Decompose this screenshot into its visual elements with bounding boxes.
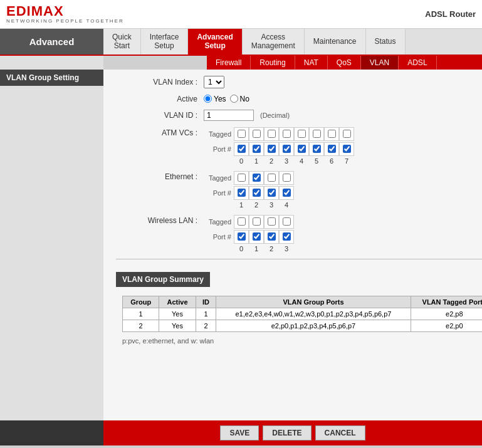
eth-tagged-cb-2[interactable] — [264, 171, 279, 185]
atm-port-cb-4[interactable] — [294, 142, 309, 156]
atm-port-cb-1[interactable] — [249, 142, 264, 156]
wlan-port-2[interactable] — [268, 232, 276, 241]
atm-port-cb-0[interactable] — [234, 142, 249, 156]
atm-port-cb-5[interactable] — [309, 142, 324, 156]
wlan-num-1: 1 — [249, 245, 264, 253]
atm-port-3[interactable] — [283, 145, 291, 153]
sub-tab-firewall[interactable]: Firewall — [207, 56, 251, 70]
eth-num-3: 4 — [279, 201, 294, 209]
sub-tab-vlan[interactable]: VLAN — [361, 56, 399, 70]
atm-tagged-5[interactable] — [313, 130, 321, 138]
atm-tagged-cb-3[interactable] — [279, 127, 294, 141]
atm-tagged-6[interactable] — [328, 130, 336, 138]
tab-status[interactable]: Status — [366, 29, 406, 55]
eth-tagged-1[interactable] — [253, 174, 261, 182]
eth-tagged-cb-1[interactable] — [249, 171, 264, 185]
top-nav: Advanced Quick Start Interface Setup Adv… — [0, 29, 482, 56]
eth-num-1: 2 — [249, 201, 264, 209]
wlan-tagged-3[interactable] — [283, 217, 291, 226]
sub-tab-nat[interactable]: NAT — [295, 56, 328, 70]
tab-maintenance[interactable]: Maintenance — [305, 29, 366, 55]
wlan-port-1[interactable] — [253, 232, 261, 241]
eth-port-3[interactable] — [283, 189, 291, 197]
wlan-port-3[interactable] — [283, 232, 291, 241]
atm-tagged-3[interactable] — [283, 130, 291, 138]
vlan-group-summary: VLAN Group Summary Group Active ID VLAN … — [116, 272, 482, 345]
eth-port-cb-1[interactable] — [249, 186, 264, 200]
tab-access-management[interactable]: Access Management — [243, 29, 305, 55]
eth-tagged-2[interactable] — [268, 174, 276, 182]
eth-port-cb-0[interactable] — [234, 186, 249, 200]
active-yes-label[interactable]: Yes — [204, 95, 226, 103]
atm-tagged-0[interactable] — [238, 130, 246, 138]
wlan-tagged-cb-0[interactable] — [234, 215, 249, 229]
delete-button[interactable]: DELETE — [263, 425, 311, 440]
wlan-port-cb-0[interactable] — [234, 230, 249, 244]
eth-tagged-0[interactable] — [238, 174, 246, 182]
eth-port-label: Port # — [204, 189, 234, 197]
atm-tagged-cb-1[interactable] — [249, 127, 264, 141]
atm-port-cb-7[interactable] — [339, 142, 354, 156]
wlan-tagged-cb-3[interactable] — [279, 215, 294, 229]
wlan-tagged-0[interactable] — [238, 217, 246, 226]
table-row: 1 Yes 1 e1,e2,e3,e4,w0,w1,w2,w3,p0,p1,p2… — [123, 308, 483, 320]
atm-tagged-cb-4[interactable] — [294, 127, 309, 141]
vlan-index-row: VLAN Index : 1 2 3 4 — [116, 76, 482, 88]
eth-tagged-cb-0[interactable] — [234, 171, 249, 185]
atm-port-2[interactable] — [268, 145, 276, 153]
atm-tagged-cb-2[interactable] — [264, 127, 279, 141]
cancel-button[interactable]: CANCEL — [315, 425, 365, 440]
atm-port-1[interactable] — [253, 145, 261, 153]
atm-tagged-cb-7[interactable] — [339, 127, 354, 141]
atm-tagged-1[interactable] — [253, 130, 261, 138]
eth-port-2[interactable] — [268, 189, 276, 197]
eth-port-0[interactable] — [238, 189, 246, 197]
atm-port-cb-3[interactable] — [279, 142, 294, 156]
wlan-tagged-cb-2[interactable] — [264, 215, 279, 229]
footer: SAVE DELETE CANCEL — [0, 420, 482, 445]
eth-port-cb-3[interactable] — [279, 186, 294, 200]
eth-tagged-3[interactable] — [283, 174, 291, 182]
atm-port-6[interactable] — [328, 145, 336, 153]
atm-tagged-cb-5[interactable] — [309, 127, 324, 141]
atm-tagged-2[interactable] — [268, 130, 276, 138]
wlan-tagged-cb-1[interactable] — [249, 215, 264, 229]
wlan-port-cb-1[interactable] — [249, 230, 264, 244]
eth-tagged-cb-3[interactable] — [279, 171, 294, 185]
atm-port-0[interactable] — [238, 145, 246, 153]
wlan-tagged-1[interactable] — [253, 217, 261, 226]
atm-port-cb-6[interactable] — [324, 142, 339, 156]
wlan-port-cb-3[interactable] — [279, 230, 294, 244]
atm-tagged-7[interactable] — [343, 130, 351, 138]
sub-tab-routing[interactable]: Routing — [251, 56, 295, 70]
active-yes-radio[interactable] — [204, 95, 212, 103]
wlan-port-0[interactable] — [238, 232, 246, 241]
save-button[interactable]: SAVE — [220, 425, 259, 440]
atm-port-5[interactable] — [313, 145, 321, 153]
tab-interface-setup[interactable]: Interface Setup — [141, 29, 189, 55]
footer-right: SAVE DELETE CANCEL — [103, 420, 482, 445]
wlan-num-2: 2 — [264, 245, 279, 253]
atm-port-7[interactable] — [343, 145, 351, 153]
atm-tagged-4[interactable] — [298, 130, 306, 138]
vlan-index-select[interactable]: 1 2 3 4 — [204, 76, 224, 88]
atm-port-label: Port # — [204, 145, 234, 153]
sub-tab-qos[interactable]: QoS — [328, 56, 361, 70]
active-no-label[interactable]: No — [230, 95, 249, 103]
wlan-tagged-2[interactable] — [268, 217, 276, 226]
sub-tab-adsl[interactable]: ADSL — [399, 56, 436, 70]
cell-id: 2 — [196, 320, 216, 331]
active-no-radio[interactable] — [230, 95, 238, 103]
atm-tagged-cb-6[interactable] — [324, 127, 339, 141]
eth-port-1[interactable] — [253, 189, 261, 197]
atm-port-cb-2[interactable] — [264, 142, 279, 156]
atm-port-4[interactable] — [298, 145, 306, 153]
tab-quick-start[interactable]: Quick Start — [103, 29, 141, 55]
vlan-id-input[interactable] — [204, 110, 254, 121]
eth-port-cb-2[interactable] — [264, 186, 279, 200]
tab-advanced-setup[interactable]: Advanced Setup — [188, 29, 242, 55]
atm-tagged-cb-0[interactable] — [234, 127, 249, 141]
wlan-port-cb-2[interactable] — [264, 230, 279, 244]
cell-group: 1 — [123, 308, 159, 320]
atm-num-7: 7 — [339, 157, 354, 165]
